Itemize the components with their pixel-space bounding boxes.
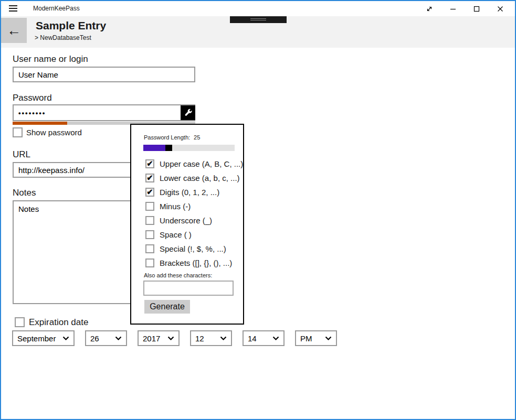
year-dropdown[interactable]: 2017: [138, 330, 180, 346]
show-password-label: Show password: [26, 128, 82, 137]
show-password-checkbox[interactable]: [13, 127, 23, 137]
password-input[interactable]: [13, 104, 195, 121]
wrench-icon: [184, 109, 193, 117]
password-strength-fill: [13, 122, 67, 125]
minute-value: 14: [248, 334, 272, 343]
app-title: ModernKeePass: [33, 5, 80, 12]
month-dropdown[interactable]: September: [12, 330, 75, 346]
length-slider-fill: [143, 145, 165, 151]
minute-dropdown[interactable]: 14: [243, 330, 285, 346]
gen-option-label: Lower case (a, b, c, ...): [160, 174, 240, 182]
password-label: Password: [13, 93, 52, 103]
url-label: URL: [13, 149, 30, 160]
upper-case-checkbox[interactable]: [145, 159, 154, 168]
password-length-value: 25: [194, 134, 200, 141]
password-generator-popup: Password Length:25 Upper case (A, B, C, …: [130, 124, 244, 325]
gen-option-label: Brackets ([], {}, (), ...): [160, 259, 232, 267]
password-length-label: Password Length:25: [144, 134, 200, 141]
expiration-label: Expiration date: [29, 317, 88, 328]
space-checkbox[interactable]: [145, 230, 154, 239]
digits-checkbox[interactable]: [145, 188, 154, 197]
underscore-checkbox[interactable]: [145, 216, 154, 225]
generate-password-button[interactable]: [181, 105, 195, 120]
also-add-label: Also add these characters:: [144, 272, 212, 278]
length-slider-thumb[interactable]: [165, 145, 172, 151]
also-add-input[interactable]: [143, 281, 234, 296]
grip-lines-icon: [250, 20, 266, 20]
day-dropdown[interactable]: 26: [85, 330, 127, 346]
maximize-icon: [473, 6, 480, 12]
chevron-down-icon: [220, 336, 227, 341]
title-bar: ModernKeePass: [1, 1, 515, 16]
password-length-slider[interactable]: [143, 145, 235, 151]
gen-option-label: Upper case (A, B, C, ...): [160, 159, 243, 168]
special-checkbox[interactable]: [145, 244, 154, 253]
minimize-button[interactable]: [441, 1, 465, 16]
command-bar-more-button[interactable]: [230, 16, 287, 23]
gen-option-label: Underscore (_): [160, 216, 212, 225]
chevron-down-icon: [167, 336, 174, 341]
notes-label: Notes: [13, 188, 36, 198]
back-button[interactable]: ←: [1, 18, 27, 43]
gen-option-label: Special (!, $, %, ...): [160, 244, 226, 253]
chevron-down-icon: [62, 336, 69, 341]
month-value: September: [17, 334, 62, 343]
back-arrow-icon: ←: [7, 23, 21, 39]
page-header: ← Sample Entry > NewDatabaseTest: [1, 16, 515, 48]
chevron-down-icon: [115, 336, 122, 341]
brackets-checkbox[interactable]: [145, 259, 154, 267]
year-value: 2017: [143, 334, 167, 343]
ampm-value: PM: [300, 334, 325, 343]
page-title: Sample Entry: [36, 19, 106, 32]
lower-case-checkbox[interactable]: [145, 174, 154, 182]
diagonal-arrow-icon: [426, 5, 433, 13]
chevron-down-icon: [272, 336, 279, 341]
grip-lines-icon: [250, 18, 266, 19]
minus-checkbox[interactable]: [145, 202, 154, 211]
window-controls: [417, 1, 512, 16]
expiration-checkbox[interactable]: [15, 317, 25, 327]
day-value: 26: [90, 334, 115, 343]
username-input[interactable]: [13, 67, 195, 82]
username-label: User name or login: [13, 54, 88, 64]
hour-value: 12: [195, 334, 220, 343]
breadcrumb: > NewDatabaseTest: [35, 34, 91, 41]
generate-button[interactable]: Generate: [144, 300, 190, 314]
gen-option-label: Space ( ): [160, 230, 192, 239]
chevron-down-icon: [325, 336, 332, 341]
gen-option-label: Digits (0, 1, 2, ...): [160, 188, 219, 197]
ampm-dropdown[interactable]: PM: [295, 330, 337, 346]
minimize-icon: [450, 6, 456, 12]
hamburger-menu-icon[interactable]: [9, 5, 18, 13]
gen-option-label: Minus (-): [160, 202, 191, 211]
app-window: ModernKeePass: [0, 0, 516, 420]
close-button[interactable]: [488, 1, 512, 16]
fullscreen-button[interactable]: [417, 1, 441, 16]
maximize-button[interactable]: [465, 1, 488, 16]
hour-dropdown[interactable]: 12: [190, 330, 232, 346]
close-icon: [497, 6, 503, 12]
